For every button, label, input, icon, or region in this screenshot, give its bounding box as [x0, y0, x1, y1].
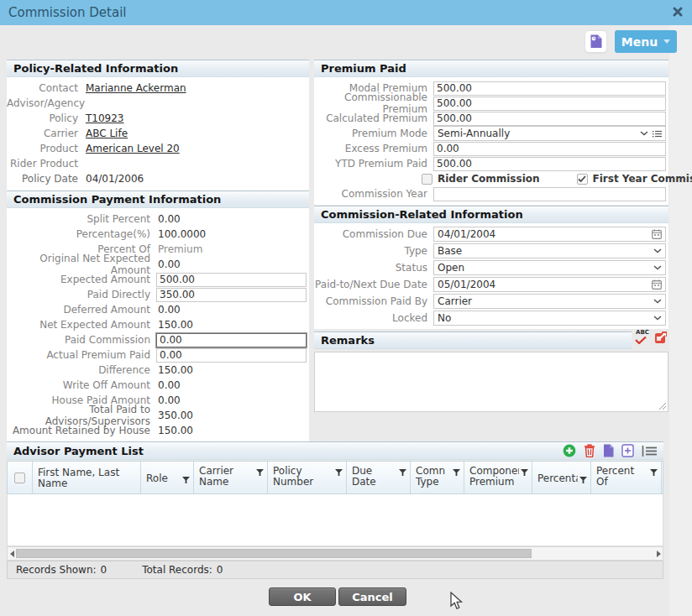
- ok-button[interactable]: OK: [269, 587, 336, 606]
- section-header: Policy-Related Information: [7, 60, 309, 77]
- column-header-component-premium[interactable]: Componer Premium: [464, 462, 532, 493]
- column-header-percent-of[interactable]: Percent Of: [591, 462, 662, 493]
- scrollbar-thumb[interactable]: [16, 549, 532, 558]
- add-document-icon[interactable]: [621, 444, 634, 457]
- column-label: First Name, Last Name: [38, 467, 137, 489]
- commission-related-section: Commission-Related Information Commissio…: [314, 206, 668, 329]
- close-icon[interactable]: [672, 6, 684, 18]
- list-lookup-icon[interactable]: [653, 130, 662, 138]
- field-value: 0.00: [156, 394, 181, 406]
- scroll-left-icon[interactable]: [8, 547, 16, 560]
- rider-commission-checkbox[interactable]: [422, 174, 432, 185]
- chevron-down-icon[interactable]: [653, 248, 662, 253]
- field-label: Expected Amount: [7, 274, 156, 285]
- column-header-carrier-name[interactable]: Carrier Name: [194, 462, 268, 493]
- column-label: Due Date: [352, 466, 397, 488]
- scroll-right-icon[interactable]: [654, 547, 663, 560]
- commissionable-premium-input[interactable]: [433, 97, 666, 111]
- calculated-premium-input[interactable]: [433, 112, 666, 126]
- type-value: Base: [438, 245, 653, 257]
- actual-premium-paid-input[interactable]: [156, 348, 307, 363]
- field-label: Original Net Expected Amount: [7, 253, 156, 276]
- record-status-bar: Records Shown:0 Total Records:0: [7, 561, 663, 579]
- column-header-percentage[interactable]: Percenta: [532, 462, 591, 493]
- delete-row-icon[interactable]: [584, 444, 595, 457]
- select-all-checkbox[interactable]: [14, 472, 25, 483]
- chevron-down-icon[interactable]: [653, 316, 662, 321]
- select-all-cell[interactable]: [8, 462, 33, 493]
- column-label: Componer Premium: [469, 466, 519, 488]
- calendar-icon[interactable]: [652, 229, 662, 239]
- column-header-split-percent[interactable]: Split Percent: [662, 462, 663, 493]
- policy-info-content: ContactMarianne Ackerman Advisor/Agency …: [7, 77, 309, 191]
- filter-icon[interactable]: [521, 469, 528, 477]
- titlebar: Commission Detail: [0, 0, 692, 25]
- field-label: Total Paid to Advisors/Supervisors: [7, 404, 156, 427]
- filter-icon[interactable]: [335, 469, 343, 477]
- open-in-window-icon[interactable]: [654, 331, 668, 344]
- field-label: Rider Product: [7, 158, 84, 170]
- filter-icon[interactable]: [182, 477, 190, 484]
- modal-premium-input[interactable]: [433, 81, 666, 96]
- expected-amount-input[interactable]: [156, 273, 307, 287]
- paid-to-next-due-date-field[interactable]: 05/01/2004: [433, 277, 666, 292]
- cancel-button[interactable]: Cancel: [338, 587, 406, 606]
- field-label: Advisor/Agency: [7, 97, 84, 109]
- column-header-due-date[interactable]: Due Date: [347, 462, 411, 493]
- field-label: Policy Date: [7, 173, 84, 185]
- field-label: Write Off Amount: [7, 379, 156, 391]
- first-year-commission-checkbox[interactable]: [577, 174, 588, 185]
- field-value: 0.00: [156, 304, 181, 316]
- column-menu-icon[interactable]: [642, 446, 657, 457]
- policy-link[interactable]: T10923: [84, 112, 124, 124]
- commission-detail-dialog: Commission Detail Menu Policy-Related In…: [0, 0, 692, 616]
- total-records: Total Records:0: [142, 564, 223, 576]
- filter-icon[interactable]: [650, 469, 658, 477]
- calendar-icon[interactable]: [652, 279, 662, 290]
- product-link[interactable]: American Level 20: [84, 143, 180, 154]
- ytd-premium-paid-input[interactable]: [433, 157, 666, 171]
- premium-mode-select[interactable]: Semi-Annually: [433, 126, 666, 141]
- column-header-name[interactable]: First Name, Last Name: [33, 462, 141, 493]
- commission-due-date-field[interactable]: 04/01/2004: [433, 227, 666, 242]
- paid-directly-input[interactable]: [156, 288, 307, 302]
- field-label: Product: [7, 143, 84, 154]
- filter-icon[interactable]: [256, 469, 264, 477]
- add-row-icon[interactable]: [563, 444, 576, 457]
- note-button[interactable]: [585, 30, 607, 53]
- status-select[interactable]: Open: [433, 260, 666, 275]
- commission-paid-by-value: Carrier: [438, 295, 653, 307]
- commission-paid-by-select[interactable]: Carrier: [433, 294, 666, 309]
- filter-icon[interactable]: [453, 469, 460, 477]
- menu-button[interactable]: Menu: [615, 30, 677, 53]
- column-header-role[interactable]: Role: [141, 462, 194, 493]
- paid-to-next-due-value: 05/01/2004: [438, 279, 652, 290]
- commission-related-content: Commission Due 04/01/2004 Type Base Stat…: [314, 223, 668, 329]
- remarks-textarea[interactable]: [314, 352, 668, 412]
- field-label: Locked: [314, 312, 433, 324]
- field-value: 150.00: [156, 319, 193, 331]
- note-icon[interactable]: [603, 444, 614, 457]
- section-title: Commission-Related Information: [321, 208, 523, 221]
- column-header-comm-type[interactable]: Comn Type: [411, 462, 464, 493]
- chevron-down-icon[interactable]: [653, 265, 662, 270]
- contact-link[interactable]: Marianne Ackerman: [84, 82, 186, 94]
- chevron-down-icon[interactable]: [640, 131, 648, 136]
- column-header-policy-number[interactable]: Policy Number: [268, 462, 347, 493]
- filter-icon[interactable]: [399, 469, 406, 477]
- type-select[interactable]: Base: [433, 243, 666, 258]
- rider-commission-label: Rider Commission: [432, 173, 540, 185]
- spellcheck-icon[interactable]: ABC: [635, 331, 650, 344]
- section-header: Premium Paid: [314, 60, 668, 77]
- carrier-link[interactable]: ABC Life: [84, 128, 128, 139]
- filter-icon[interactable]: [579, 477, 587, 484]
- chevron-down-icon[interactable]: [653, 299, 662, 304]
- resize-grip-icon[interactable]: [658, 402, 667, 410]
- premium-paid-section: Premium Paid Modal Premium Commissionabl…: [314, 60, 668, 205]
- locked-select[interactable]: No: [433, 311, 666, 326]
- commission-year-input[interactable]: [433, 187, 666, 201]
- excess-premium-input[interactable]: [433, 142, 666, 156]
- advisor-list-toolbar: [563, 444, 657, 457]
- horizontal-scrollbar[interactable]: [7, 546, 663, 561]
- paid-commission-input[interactable]: [156, 333, 307, 347]
